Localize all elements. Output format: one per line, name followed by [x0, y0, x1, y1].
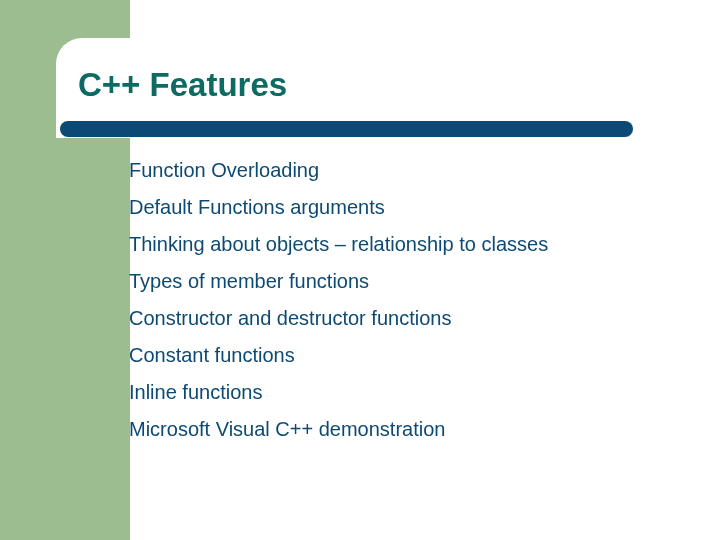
list-item-label: Constant functions [129, 341, 295, 370]
list-item-label: Inline functions [129, 378, 262, 407]
list-item-label: Thinking about objects – relationship to… [129, 230, 548, 259]
title-underline-bar [60, 121, 633, 137]
list-item: Thinking about objects – relationship to… [103, 230, 663, 259]
list-item: Microsoft Visual C++ demonstration [103, 415, 663, 444]
list-item-label: Function Overloading [129, 156, 319, 185]
bullet-icon [101, 310, 117, 326]
bullet-icon [101, 199, 117, 215]
list-item-label: Microsoft Visual C++ demonstration [129, 415, 445, 444]
bullet-icon [101, 347, 117, 363]
bullet-icon [101, 236, 117, 252]
bullet-icon [101, 384, 117, 400]
bullet-icon [101, 162, 117, 178]
list-item: Types of member functions [103, 267, 663, 296]
list-item: Function Overloading [103, 156, 663, 185]
bullet-list: Function Overloading Default Functions a… [103, 156, 663, 452]
bullet-icon [101, 273, 117, 289]
list-item-label: Default Functions arguments [129, 193, 385, 222]
list-item-label: Constructor and destructor functions [129, 304, 451, 333]
bullet-icon [101, 421, 117, 437]
list-item: Inline functions [103, 378, 663, 407]
slide-title: C++ Features [78, 66, 287, 104]
list-item-label: Types of member functions [129, 267, 369, 296]
list-item: Constant functions [103, 341, 663, 370]
list-item: Constructor and destructor functions [103, 304, 663, 333]
list-item: Default Functions arguments [103, 193, 663, 222]
